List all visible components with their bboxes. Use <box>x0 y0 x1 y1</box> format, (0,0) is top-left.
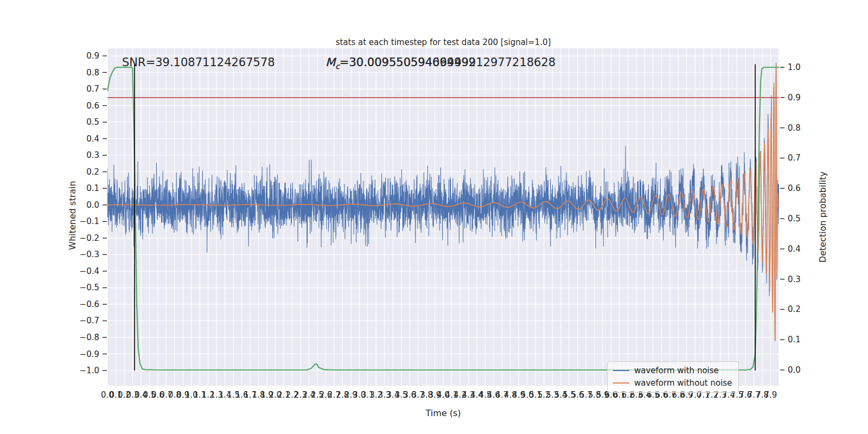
mc-annotation-b: Mc=30.00955059469499212977218628 <box>326 56 556 71</box>
svg-text:−0.5: −0.5 <box>80 283 99 292</box>
svg-text:0.0: 0.0 <box>86 200 99 210</box>
figure: 0.90.80.70.60.50.40.30.20.10.0−0.1−0.2−0… <box>0 0 868 434</box>
svg-text:7.9: 7.9 <box>764 390 777 400</box>
svg-text:0.2: 0.2 <box>788 304 801 314</box>
y-axis-label-right: Detection probability <box>818 171 828 263</box>
y-tick-labels-right: 1.00.90.80.70.60.50.40.30.20.10.0 <box>788 62 801 375</box>
svg-text:0.4: 0.4 <box>788 244 801 254</box>
svg-text:0.5: 0.5 <box>788 214 801 224</box>
plot-title: stats at each timestep for test data 200… <box>107 37 779 47</box>
legend-item-without-noise: waveform without noise <box>613 378 732 388</box>
mc-subscript: c <box>335 62 340 71</box>
svg-text:0.9: 0.9 <box>788 93 801 103</box>
svg-text:−0.1: −0.1 <box>80 216 99 226</box>
svg-text:0.1: 0.1 <box>86 183 99 193</box>
svg-text:−0.3: −0.3 <box>80 250 99 259</box>
legend-line-blue <box>613 370 629 371</box>
svg-text:0.5: 0.5 <box>86 117 99 127</box>
svg-text:0.3: 0.3 <box>86 150 99 160</box>
snr-annotation: SNR=39.10871124267578 <box>122 56 275 69</box>
legend-line-orange <box>613 382 629 384</box>
svg-text:−1.0: −1.0 <box>80 366 99 375</box>
svg-text:0.6: 0.6 <box>86 101 99 111</box>
svg-text:0.2: 0.2 <box>86 167 99 177</box>
svg-text:−0.7: −0.7 <box>80 316 99 326</box>
svg-text:0.9: 0.9 <box>86 51 99 61</box>
svg-text:−0.9: −0.9 <box>80 349 99 359</box>
svg-text:0.4: 0.4 <box>86 134 99 144</box>
svg-text:0.7: 0.7 <box>86 84 99 94</box>
svg-text:−0.2: −0.2 <box>80 233 99 243</box>
svg-text:−0.6: −0.6 <box>80 299 99 309</box>
mc-symbol: M <box>326 56 335 69</box>
legend: waveform with noise waveform without noi… <box>607 361 739 393</box>
y-tick-labels-left: 0.90.80.70.60.50.40.30.20.10.0−0.1−0.2−0… <box>80 51 99 375</box>
svg-text:0.8: 0.8 <box>788 123 801 133</box>
svg-text:−0.8: −0.8 <box>80 333 99 342</box>
svg-text:0.8: 0.8 <box>86 68 99 78</box>
y-axis-label-left: Whitened strain <box>67 181 78 250</box>
svg-text:0.7: 0.7 <box>788 153 801 163</box>
mc-value-b: =30.00955059469499212977218628 <box>340 56 556 69</box>
svg-text:0.0: 0.0 <box>788 365 801 375</box>
legend-item-with-noise: waveform with noise <box>613 366 732 375</box>
legend-label: waveform without noise <box>634 378 732 388</box>
x-axis-label: Time (s) <box>107 408 779 418</box>
svg-text:0.6: 0.6 <box>788 183 801 193</box>
svg-text:0.1: 0.1 <box>788 335 801 344</box>
svg-text:−0.4: −0.4 <box>80 266 99 276</box>
svg-text:1.0: 1.0 <box>788 62 801 72</box>
svg-text:0.3: 0.3 <box>788 275 801 284</box>
legend-label: waveform with noise <box>634 366 719 375</box>
